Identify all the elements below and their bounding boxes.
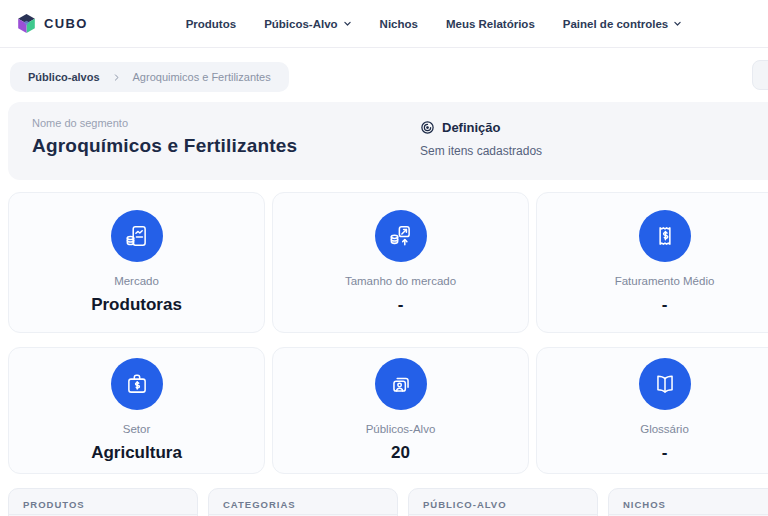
- definition-empty-text: Sem itens cadastrados: [420, 144, 542, 158]
- nav-item-meus-relatorios[interactable]: Meus Relatórios: [446, 18, 535, 30]
- nav-links: Produtos Púbicos-Alvo Nichos Meus Relató…: [186, 18, 683, 30]
- segment-header-panel: Nome do segmento Agroquímicos e Fertiliz…: [8, 102, 768, 180]
- card-setor[interactable]: Setor Agricultura: [8, 347, 265, 474]
- brand-logo[interactable]: CUBO: [16, 13, 88, 34]
- top-navbar: CUBO Produtos Púbicos-Alvo Nichos Meus R…: [0, 0, 768, 48]
- card-value: -: [398, 295, 404, 315]
- nav-item-publicos-alvo[interactable]: Púbicos-Alvo: [264, 18, 351, 30]
- section-produtos: PRODUTOS: [8, 488, 198, 516]
- nav-item-label: Painel de controles: [563, 18, 668, 30]
- card-value: -: [662, 443, 668, 463]
- section-nichos: NICHOS: [608, 488, 768, 516]
- card-mercado[interactable]: Mercado Produtoras: [8, 192, 265, 333]
- report-database-icon: [111, 210, 163, 262]
- section-header-produtos[interactable]: PRODUTOS: [9, 489, 197, 515]
- bottom-sections-row: PRODUTOS CATEGORIAS PÚBLICO-ALVO NICHOS: [8, 488, 768, 516]
- section-categorias: CATEGORIAS: [208, 488, 398, 516]
- nav-item-produtos[interactable]: Produtos: [186, 18, 236, 30]
- card-value: Produtoras: [91, 295, 182, 315]
- chevron-right-icon: [112, 73, 121, 82]
- edge-cut-button[interactable]: [752, 60, 768, 90]
- nav-item-label: Produtos: [186, 18, 236, 30]
- chevron-down-icon: [343, 19, 352, 28]
- id-cards-icon: [375, 358, 427, 410]
- section-publico-alvo: PÚBLICO-ALVO: [408, 488, 598, 516]
- card-value: -: [662, 295, 668, 315]
- card-label: Mercado: [114, 275, 159, 287]
- card-value: 20: [391, 443, 410, 463]
- segment-name-label: Nome do segmento: [32, 117, 768, 129]
- breadcrumb-row: Público-alvos Agroquimicos e Fertilizant…: [0, 48, 768, 102]
- cube-logo-icon: [16, 13, 37, 34]
- card-label: Glossário: [640, 423, 689, 435]
- page-title: Agroquímicos e Fertilizantes: [32, 135, 768, 157]
- nav-item-label: Púbicos-Alvo: [264, 18, 337, 30]
- card-faturamento-medio[interactable]: Faturamento Médio -: [536, 192, 768, 333]
- definition-block: Definição Sem itens cadastrados: [420, 120, 542, 158]
- card-value: Agricultura: [91, 443, 182, 463]
- card-label: Faturamento Médio: [615, 275, 715, 287]
- card-label: Tamanho do mercado: [345, 275, 456, 287]
- breadcrumb: Público-alvos Agroquimicos e Fertilizant…: [10, 62, 289, 92]
- breadcrumb-publico-alvos[interactable]: Público-alvos: [28, 71, 100, 83]
- open-book-icon: [639, 358, 691, 410]
- briefcase-dollar-icon: [111, 358, 163, 410]
- card-tamanho-do-mercado[interactable]: Tamanho do mercado -: [272, 192, 529, 333]
- brand-name: CUBO: [44, 16, 88, 31]
- section-header-publico-alvo[interactable]: PÚBLICO-ALVO: [409, 489, 597, 515]
- stat-cards-grid: Mercado Produtoras Tamanho do mercado -: [8, 192, 768, 474]
- nav-item-painel-de-controles[interactable]: Painel de controles: [563, 18, 682, 30]
- nav-item-label: Nichos: [380, 18, 418, 30]
- nav-item-nichos[interactable]: Nichos: [380, 18, 418, 30]
- breadcrumb-current-page: Agroquimicos e Fertilizantes: [133, 71, 271, 83]
- card-label: Setor: [123, 423, 151, 435]
- card-publicos-alvo[interactable]: Públicos-Alvo 20: [272, 347, 529, 474]
- database-growth-icon: [375, 210, 427, 262]
- nav-item-label: Meus Relatórios: [446, 18, 535, 30]
- definition-title: Definição: [442, 120, 501, 135]
- card-label: Públicos-Alvo: [366, 423, 436, 435]
- target-icon: [420, 120, 435, 135]
- receipt-dollar-icon: [639, 210, 691, 262]
- section-header-categorias[interactable]: CATEGORIAS: [209, 489, 397, 515]
- section-header-nichos[interactable]: NICHOS: [609, 489, 768, 515]
- chevron-down-icon: [673, 19, 682, 28]
- card-glossario[interactable]: Glossário -: [536, 347, 768, 474]
